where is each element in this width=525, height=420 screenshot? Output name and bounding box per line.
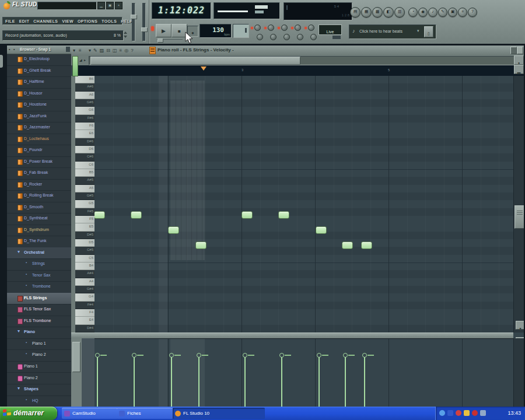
velocity-stem[interactable]: [134, 357, 135, 407]
edit-events-button[interactable]: ✎: [438, 8, 447, 17]
browser-item[interactable]: ▪HQ: [7, 396, 71, 407]
tray-icon[interactable]: [472, 410, 478, 416]
browser-item[interactable]: D_Fab Break: [7, 167, 71, 180]
hint-down-arrow[interactable]: [124, 36, 127, 38]
tray-icon[interactable]: [464, 410, 470, 416]
browser-item[interactable]: ▪Trombone: [7, 281, 71, 293]
preview-side-button[interactable]: ▯: [424, 26, 433, 37]
velocity-stem[interactable]: [318, 357, 320, 407]
piano-key[interactable]: E4: [75, 317, 94, 324]
plugin-picker-button[interactable]: ◉: [418, 8, 428, 17]
browser-item[interactable]: D_The Funk: [7, 236, 71, 248]
settings-button[interactable]: ≡: [458, 8, 467, 17]
browser-item[interactable]: D_Poundr: [7, 145, 71, 157]
mixer-knob[interactable]: [270, 34, 276, 40]
browser-item[interactable]: D_Housor: [7, 88, 71, 100]
piano-key[interactable]: G#4: [75, 286, 94, 293]
piano-key[interactable]: A4: [75, 278, 94, 286]
zoom-icon[interactable]: ?: [131, 47, 133, 54]
piano-key[interactable]: B6: [75, 76, 94, 83]
taskbar-button[interactable]: FL Studio 10: [173, 408, 265, 419]
pat-song-led[interactable]: [151, 26, 154, 31]
piano-key[interactable]: E6: [75, 130, 94, 138]
mixer-knob[interactable]: [254, 24, 261, 31]
browser-item[interactable]: ▾Piano: [7, 327, 71, 339]
piano-key[interactable]: F#6: [75, 115, 94, 123]
browser-item[interactable]: ▪Piano 2: [7, 349, 71, 362]
note[interactable]: [278, 211, 289, 219]
browser-item[interactable]: D_Ghett Break: [7, 65, 71, 78]
browser-item[interactable]: FLS Trombone: [7, 316, 71, 328]
help-button[interactable]: ?: [468, 8, 477, 17]
note[interactable]: [94, 211, 105, 219]
browser-item[interactable]: D_Power Break: [7, 156, 71, 169]
piano-key[interactable]: F5: [75, 216, 94, 223]
menu-item-help[interactable]: HELP: [121, 19, 132, 23]
slice-icon[interactable]: ≡: [120, 47, 123, 54]
piano-key[interactable]: D#6: [75, 138, 94, 146]
browser-item[interactable]: Piano 1: [7, 361, 71, 373]
time-display[interactable]: 1:12:022: [152, 2, 211, 19]
mixer-knob[interactable]: [297, 34, 303, 40]
piano-key[interactable]: G#6: [75, 99, 94, 107]
piano-key[interactable]: D5: [75, 239, 94, 247]
tray-icon[interactable]: [456, 410, 461, 416]
pr-corner-button-1[interactable]: [510, 47, 517, 54]
piano-key[interactable]: D6: [75, 146, 94, 153]
playhead-marker[interactable]: [201, 66, 206, 71]
step-sequencer-button[interactable]: ▦: [361, 7, 372, 18]
piano-key[interactable]: F#5: [75, 208, 94, 216]
browser-item[interactable]: ▾Shapes: [7, 384, 71, 396]
piano-roll-toolbar[interactable]: ▾ ≡ ▾✎▨⊟◫≡◎? Piano roll - FLS Strings - …: [71, 46, 525, 56]
piano-key[interactable]: A6: [75, 92, 94, 99]
tap-strip[interactable]: [332, 36, 341, 39]
piano-key[interactable]: F6: [75, 123, 94, 130]
velocity-lane[interactable]: [94, 338, 513, 407]
pattern-display[interactable]: [233, 24, 249, 38]
tray-icon[interactable]: [439, 410, 445, 416]
browser-item[interactable]: ▪Strings: [7, 258, 71, 271]
velocity-stem[interactable]: [244, 357, 246, 407]
pr-hscrollbar-track[interactable]: [89, 56, 525, 65]
piano-key[interactable]: F4: [75, 309, 94, 317]
piano-key[interactable]: A#5: [75, 177, 94, 184]
pr-corner-button-2[interactable]: [517, 47, 523, 54]
menu-item-file[interactable]: FILE: [5, 19, 15, 23]
browser-item[interactable]: D_Loctiehaus: [7, 134, 71, 146]
browser-item[interactable]: D_Halftime: [7, 76, 71, 89]
mixer-button[interactable]: ▥: [394, 7, 405, 18]
piano-key[interactable]: B5: [75, 169, 94, 177]
playlist-button[interactable]: ▤: [350, 7, 360, 18]
wave-editor-button[interactable]: ◔: [408, 8, 418, 17]
browser-item[interactable]: D_Rolling Break: [7, 190, 71, 202]
pr-options-icon[interactable]: ▾: [73, 47, 75, 54]
delete-icon[interactable]: ⊟: [106, 47, 110, 54]
piano-key[interactable]: E5: [75, 223, 94, 231]
browser-button[interactable]: ◧: [383, 7, 394, 18]
browser-item[interactable]: D_Synthbeat: [7, 213, 71, 225]
taskbar-button[interactable]: CamStudio: [62, 408, 118, 419]
piano-key[interactable]: G5: [75, 200, 94, 208]
browser-item[interactable]: D_Synthdrum: [7, 225, 71, 237]
menu-item-edit[interactable]: EDIT: [19, 19, 30, 23]
pr-scroll-page-button[interactable]: ▬: [514, 65, 524, 74]
pr-timeline[interactable]: 35: [78, 65, 525, 76]
browser-item[interactable]: D_JazzFunk: [7, 111, 71, 123]
browser-item[interactable]: D_Rocker: [7, 179, 71, 191]
tray-icon[interactable]: [447, 410, 453, 416]
taskbar-button[interactable]: Fiches: [117, 408, 173, 419]
note[interactable]: [168, 226, 179, 234]
browser-view-icon[interactable]: ▪: [13, 46, 15, 53]
piano-key[interactable]: D#5: [75, 232, 94, 239]
velocity-stem[interactable]: [171, 357, 172, 407]
piano-key[interactable]: C6: [75, 162, 94, 169]
close-button[interactable]: ×: [115, 2, 123, 9]
browser-item[interactable]: FLS Strings: [7, 293, 71, 305]
piano-key[interactable]: C#5: [75, 247, 94, 254]
piano-key[interactable]: G4: [75, 293, 94, 301]
brush-icon[interactable]: ▨: [100, 47, 104, 54]
note[interactable]: [195, 242, 206, 249]
piano-key[interactable]: A5: [75, 185, 94, 192]
mixer-knob[interactable]: [257, 34, 263, 40]
play-button[interactable]: ▶: [156, 24, 172, 37]
